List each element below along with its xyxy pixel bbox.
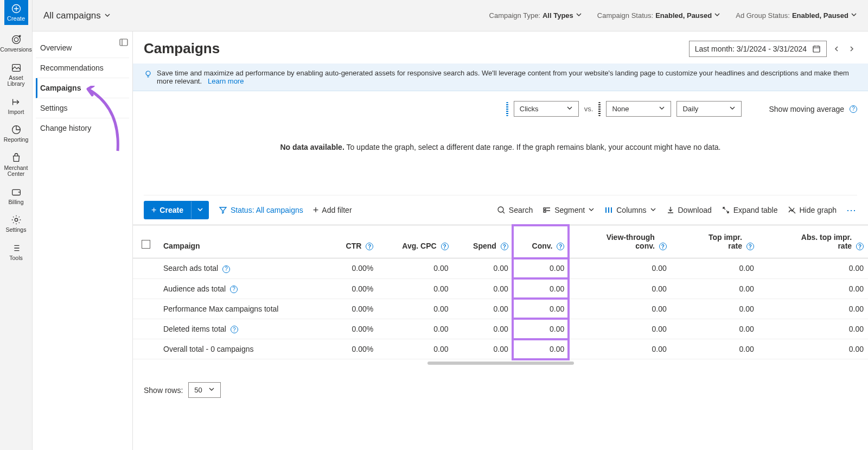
chart-pie-icon xyxy=(10,124,22,136)
help-icon[interactable]: ? xyxy=(231,326,238,333)
col-tir[interactable]: Top impr. rate ? xyxy=(671,225,758,258)
select-all-checkbox[interactable] xyxy=(142,240,150,249)
help-icon[interactable]: ? xyxy=(557,243,564,250)
show-rows-select[interactable]: 50 xyxy=(188,382,221,398)
col-vtc[interactable]: View-through conv. ? xyxy=(569,225,671,258)
row-name: Performance Max campaigns total xyxy=(159,299,328,319)
rail-merchant-center[interactable]: Merchant Center xyxy=(0,148,33,182)
nav-item-settings[interactable]: Settings xyxy=(36,98,129,118)
filter-adgroup-status[interactable]: Ad Group Status: Enabled, Paused xyxy=(736,11,857,20)
columns-button[interactable]: Columns xyxy=(604,206,656,214)
nav-item-recommendations[interactable]: Recommendations xyxy=(36,58,129,78)
top-bar: All campaigns Campaign Type: All Types C… xyxy=(33,0,868,31)
row-name: Search ads total ? xyxy=(159,258,328,278)
lightbulb-icon xyxy=(144,70,152,79)
download-icon xyxy=(666,206,675,214)
table-row: Performance Max campaigns total0.00%0.00… xyxy=(133,299,868,319)
campaigns-table: Campaign CTR ? Avg. CPC ? Spend ? Conv. … xyxy=(133,225,868,365)
rail-reporting[interactable]: Reporting xyxy=(0,119,33,148)
rail-import[interactable]: Import xyxy=(0,92,33,120)
rail-billing[interactable]: Billing xyxy=(0,182,33,210)
nav-item-campaigns[interactable]: Campaigns xyxy=(36,78,129,98)
col-avgcpc[interactable]: Avg. CPC ? xyxy=(378,225,452,258)
moving-average-toggle[interactable]: Show moving average ? xyxy=(769,105,857,113)
create-button[interactable]: Create xyxy=(4,0,28,25)
rail-settings[interactable]: Settings xyxy=(0,210,33,238)
chevron-down-icon xyxy=(659,105,665,113)
table-create-button[interactable]: +Create xyxy=(144,201,209,219)
image-icon xyxy=(10,62,22,74)
date-range-picker[interactable]: Last month: 3/1/2024 - 3/31/2024 xyxy=(689,41,827,57)
help-icon[interactable]: ? xyxy=(856,243,864,250)
help-icon[interactable]: ? xyxy=(501,243,508,250)
date-prev-button[interactable] xyxy=(831,43,842,54)
create-dropdown-button[interactable] xyxy=(191,201,209,219)
table-toolbar: +Create Status: All campaigns + Add filt… xyxy=(133,195,868,225)
row-name: Audience ads total ? xyxy=(159,278,328,299)
search-icon xyxy=(497,206,506,214)
calendar-icon xyxy=(812,45,821,53)
granularity-select[interactable]: Daily xyxy=(676,101,742,117)
svg-rect-8 xyxy=(813,46,820,52)
gear-icon xyxy=(10,214,22,226)
bag-icon xyxy=(10,152,22,164)
drag-handle-icon[interactable] xyxy=(598,102,601,116)
page-title: Campaigns xyxy=(144,40,220,57)
help-icon[interactable]: ? xyxy=(659,243,667,250)
hide-graph-button[interactable]: Hide graph xyxy=(788,206,837,214)
vs-label: vs. xyxy=(584,105,593,113)
scope-selector[interactable]: All campaigns xyxy=(43,10,111,21)
chevron-down-icon xyxy=(729,105,736,113)
filter-icon xyxy=(219,206,227,214)
plus-circle-icon xyxy=(11,3,22,14)
col-conv[interactable]: Conv. ? xyxy=(513,225,569,258)
expand-table-button[interactable]: Expand table xyxy=(722,206,778,214)
learn-more-link[interactable]: Learn more xyxy=(208,77,244,85)
status-filter[interactable]: Status: All campaigns xyxy=(219,206,303,214)
chevron-down-icon xyxy=(208,386,215,394)
collapse-nav-button[interactable] xyxy=(119,38,128,49)
no-data-message: No data available. To update the graph, … xyxy=(144,121,857,195)
metric2-select[interactable]: None xyxy=(606,101,671,117)
help-icon[interactable]: ? xyxy=(746,243,754,250)
row-name: Deleted items total ? xyxy=(159,319,328,339)
col-spend[interactable]: Spend ? xyxy=(453,225,513,258)
chevron-down-icon xyxy=(104,10,111,21)
rail-conversions[interactable]: Conversions xyxy=(0,29,33,58)
horizontal-scrollbar[interactable] xyxy=(427,362,574,365)
col-ctr[interactable]: CTR ? xyxy=(328,225,378,258)
filter-campaign-status[interactable]: Campaign Status: Enabled, Paused xyxy=(597,11,720,20)
help-icon[interactable]: ? xyxy=(850,105,857,113)
rail-tools[interactable]: Tools xyxy=(0,238,33,266)
import-icon xyxy=(10,96,22,108)
row-name: Overall total - 0 campaigns xyxy=(159,339,328,359)
nav-item-change-history[interactable]: Change history xyxy=(36,118,129,138)
help-icon[interactable]: ? xyxy=(222,265,230,273)
download-button[interactable]: Download xyxy=(666,206,712,214)
chevron-down-icon xyxy=(851,11,857,20)
add-filter-button[interactable]: + Add filter xyxy=(313,205,352,216)
drag-handle-icon[interactable] xyxy=(506,102,508,116)
metric1-select[interactable]: Clicks xyxy=(514,101,579,117)
columns-icon xyxy=(604,206,613,214)
col-campaign[interactable]: Campaign xyxy=(159,225,328,258)
help-icon[interactable]: ? xyxy=(366,243,373,250)
more-menu-button[interactable]: ⋯ xyxy=(846,204,857,216)
expand-icon xyxy=(722,206,730,214)
panel-left-icon xyxy=(119,38,128,47)
search-button[interactable]: Search xyxy=(497,206,533,214)
target-icon xyxy=(10,34,22,46)
left-rail: Create Conversions Asset Library Import … xyxy=(0,0,33,450)
segment-button[interactable]: Segment xyxy=(542,206,595,214)
svg-rect-7 xyxy=(120,39,127,46)
table-row: Deleted items total ?0.00%0.000.000.000.… xyxy=(133,319,868,339)
rail-asset-library[interactable]: Asset Library xyxy=(0,58,33,92)
col-atir[interactable]: Abs. top impr. rate ? xyxy=(758,225,868,258)
create-label: Create xyxy=(7,15,25,22)
nav-item-overview[interactable]: Overview xyxy=(36,38,129,58)
help-icon[interactable]: ? xyxy=(441,243,449,250)
filter-campaign-type[interactable]: Campaign Type: All Types xyxy=(489,11,582,20)
date-next-button[interactable] xyxy=(846,43,857,54)
help-icon[interactable]: ? xyxy=(230,286,238,293)
wallet-icon xyxy=(10,186,22,198)
